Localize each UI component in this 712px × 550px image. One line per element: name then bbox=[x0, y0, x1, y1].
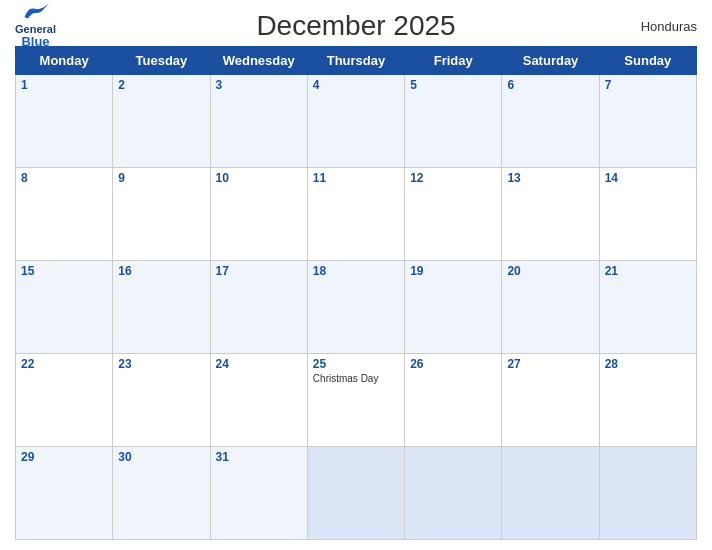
day-number: 29 bbox=[21, 450, 107, 464]
calendar-cell: 31 bbox=[210, 447, 307, 540]
calendar-cell bbox=[307, 447, 404, 540]
weekday-header-sunday: Sunday bbox=[599, 47, 696, 75]
calendar-week-row: 22232425Christmas Day262728 bbox=[16, 354, 697, 447]
day-number: 2 bbox=[118, 78, 204, 92]
day-number: 27 bbox=[507, 357, 593, 371]
day-number: 16 bbox=[118, 264, 204, 278]
calendar-table: MondayTuesdayWednesdayThursdayFridaySatu… bbox=[15, 46, 697, 540]
calendar-week-row: 891011121314 bbox=[16, 168, 697, 261]
calendar-cell: 6 bbox=[502, 75, 599, 168]
day-number: 21 bbox=[605, 264, 691, 278]
calendar-cell: 23 bbox=[113, 354, 210, 447]
weekday-header-monday: Monday bbox=[16, 47, 113, 75]
calendar-cell: 13 bbox=[502, 168, 599, 261]
logo: General Blue bbox=[15, 3, 56, 49]
calendar-cell: 2 bbox=[113, 75, 210, 168]
calendar-cell: 18 bbox=[307, 261, 404, 354]
event-label: Christmas Day bbox=[313, 373, 399, 384]
calendar-cell: 20 bbox=[502, 261, 599, 354]
day-number: 3 bbox=[216, 78, 302, 92]
calendar-cell: 15 bbox=[16, 261, 113, 354]
calendar-week-row: 1234567 bbox=[16, 75, 697, 168]
day-number: 5 bbox=[410, 78, 496, 92]
logo-blue-text: Blue bbox=[21, 35, 49, 49]
day-number: 28 bbox=[605, 357, 691, 371]
calendar-cell: 10 bbox=[210, 168, 307, 261]
day-number: 6 bbox=[507, 78, 593, 92]
calendar-cell: 9 bbox=[113, 168, 210, 261]
day-number: 23 bbox=[118, 357, 204, 371]
day-number: 30 bbox=[118, 450, 204, 464]
logo-icon bbox=[21, 3, 49, 23]
day-number: 7 bbox=[605, 78, 691, 92]
country-label: Honduras bbox=[641, 19, 697, 34]
calendar-week-row: 293031 bbox=[16, 447, 697, 540]
day-number: 8 bbox=[21, 171, 107, 185]
calendar-cell: 11 bbox=[307, 168, 404, 261]
day-number: 12 bbox=[410, 171, 496, 185]
calendar-cell bbox=[405, 447, 502, 540]
weekday-header-wednesday: Wednesday bbox=[210, 47, 307, 75]
calendar-cell bbox=[502, 447, 599, 540]
weekday-header-saturday: Saturday bbox=[502, 47, 599, 75]
calendar-cell: 17 bbox=[210, 261, 307, 354]
calendar-cell: 16 bbox=[113, 261, 210, 354]
day-number: 4 bbox=[313, 78, 399, 92]
calendar-cell: 12 bbox=[405, 168, 502, 261]
day-number: 17 bbox=[216, 264, 302, 278]
day-number: 24 bbox=[216, 357, 302, 371]
calendar-cell: 25Christmas Day bbox=[307, 354, 404, 447]
day-number: 1 bbox=[21, 78, 107, 92]
calendar-cell: 8 bbox=[16, 168, 113, 261]
calendar-cell: 24 bbox=[210, 354, 307, 447]
day-number: 9 bbox=[118, 171, 204, 185]
weekday-header-row: MondayTuesdayWednesdayThursdayFridaySatu… bbox=[16, 47, 697, 75]
calendar-cell: 7 bbox=[599, 75, 696, 168]
calendar-cell: 14 bbox=[599, 168, 696, 261]
weekday-header-tuesday: Tuesday bbox=[113, 47, 210, 75]
day-number: 22 bbox=[21, 357, 107, 371]
day-number: 15 bbox=[21, 264, 107, 278]
day-number: 19 bbox=[410, 264, 496, 278]
calendar-cell: 19 bbox=[405, 261, 502, 354]
calendar-cell bbox=[599, 447, 696, 540]
calendar-cell: 5 bbox=[405, 75, 502, 168]
calendar-title: December 2025 bbox=[256, 10, 455, 42]
day-number: 13 bbox=[507, 171, 593, 185]
calendar-cell: 30 bbox=[113, 447, 210, 540]
calendar-cell: 21 bbox=[599, 261, 696, 354]
day-number: 25 bbox=[313, 357, 399, 371]
day-number: 18 bbox=[313, 264, 399, 278]
day-number: 10 bbox=[216, 171, 302, 185]
calendar-cell: 22 bbox=[16, 354, 113, 447]
calendar-cell: 29 bbox=[16, 447, 113, 540]
calendar-week-row: 15161718192021 bbox=[16, 261, 697, 354]
calendar-cell: 28 bbox=[599, 354, 696, 447]
weekday-header-thursday: Thursday bbox=[307, 47, 404, 75]
day-number: 26 bbox=[410, 357, 496, 371]
calendar-cell: 4 bbox=[307, 75, 404, 168]
day-number: 14 bbox=[605, 171, 691, 185]
calendar-header: General Blue December 2025 Honduras bbox=[15, 10, 697, 42]
day-number: 31 bbox=[216, 450, 302, 464]
calendar-cell: 1 bbox=[16, 75, 113, 168]
calendar-cell: 3 bbox=[210, 75, 307, 168]
calendar-cell: 26 bbox=[405, 354, 502, 447]
calendar-cell: 27 bbox=[502, 354, 599, 447]
weekday-header-friday: Friday bbox=[405, 47, 502, 75]
day-number: 11 bbox=[313, 171, 399, 185]
day-number: 20 bbox=[507, 264, 593, 278]
